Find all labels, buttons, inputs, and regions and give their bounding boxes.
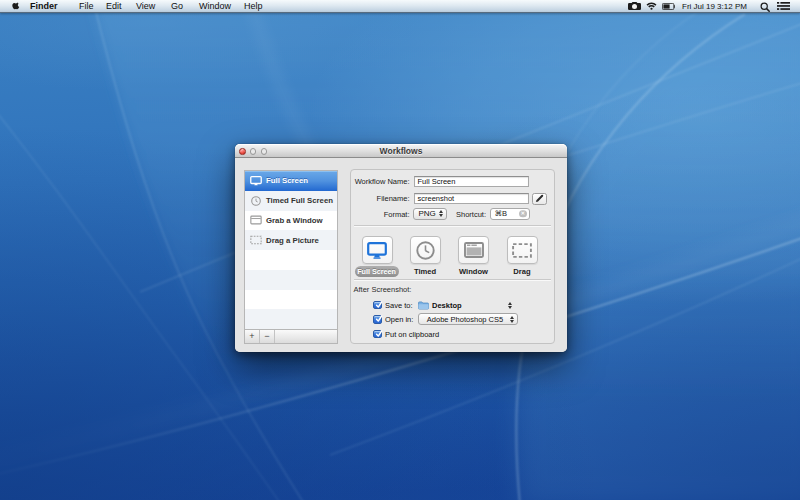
minus-glyph: − [264, 332, 269, 341]
save-to-checkbox[interactable] [373, 301, 382, 310]
menu-finder[interactable]: Finder [30, 0, 58, 12]
clipboard-label: Put on clipboard [385, 330, 439, 339]
menu-edit[interactable]: Edit [106, 0, 122, 12]
open-in-row: Open in: Adobe Photoshop CS5 [373, 315, 413, 325]
spotlight-icon[interactable] [760, 2, 770, 12]
save-to-value: Desktop [432, 301, 462, 310]
folder-icon [418, 301, 429, 310]
mode-button-full-screen[interactable] [362, 236, 393, 264]
open-in-label: Open in: [385, 315, 413, 324]
shortcut-label: Shortcut: [456, 210, 486, 219]
menu-bar: Finder File Edit View Go Window Help Fri… [0, 0, 800, 13]
open-in-checkbox[interactable] [373, 315, 382, 324]
arrow-up-icon [439, 210, 443, 213]
display-icon [250, 175, 262, 187]
clock-icon [416, 241, 435, 260]
clear-shortcut-button[interactable]: ✕ [519, 210, 527, 218]
battery-icon[interactable] [662, 3, 676, 10]
workflow-list: Full Screen Timed Full Screen Grab [244, 170, 338, 344]
wifi-icon[interactable] [646, 2, 657, 10]
mode-label-window: Window [458, 266, 489, 277]
workflow-row-drag-a-picture[interactable]: Drag a Picture [245, 230, 337, 250]
separator [354, 225, 551, 226]
mode-button-timed[interactable] [410, 236, 441, 264]
plus-glyph: + [249, 332, 254, 341]
clipboard-row: Put on clipboard [373, 329, 439, 339]
popup-arrows-icon [510, 314, 514, 324]
arrow-up-icon [508, 302, 512, 305]
mode-label-drag: Drag [507, 266, 538, 277]
shortcut-field[interactable]: ⌘B ✕ [490, 208, 530, 220]
window-content: Full Screen Timed Full Screen Grab [235, 158, 567, 352]
arrow-down-icon [510, 320, 514, 323]
display-icon [367, 242, 387, 259]
after-screenshot-label: After Screenshot: [354, 285, 412, 294]
save-to-popup[interactable]: Desktop [418, 299, 515, 311]
mode-label-timed: Timed [410, 266, 441, 277]
open-in-popup[interactable]: Adobe Photoshop CS5 [418, 313, 518, 325]
check-icon [374, 314, 384, 324]
window-icon [464, 242, 484, 258]
arrow-down-icon [439, 214, 443, 217]
clock-icon [250, 195, 262, 207]
menu-list-icon[interactable] [777, 2, 790, 10]
workflow-row-full-screen[interactable]: Full Screen [245, 171, 337, 191]
check-icon [374, 300, 384, 310]
desktop: Finder File Edit View Go Window Help Fri… [0, 0, 800, 500]
menubar-clock[interactable]: Fri Jul 19 3:12 PM [682, 0, 747, 12]
window-titlebar[interactable]: Workflows [235, 144, 567, 158]
workflow-settings-panel: Workflow Name: Full Screen Filename: scr… [350, 169, 555, 344]
wand-icon [535, 194, 544, 203]
workflow-row-label: Timed Full Screen [266, 191, 333, 211]
workflow-row-label: Drag a Picture [266, 230, 319, 250]
workflow-name-label: Workflow Name: [355, 177, 410, 186]
menu-view[interactable]: View [136, 0, 155, 12]
dashed-selection-icon [512, 243, 532, 258]
add-workflow-button[interactable]: + [245, 330, 260, 343]
remove-workflow-button[interactable]: − [260, 330, 275, 343]
format-popup[interactable]: PNG [413, 208, 447, 220]
apple-icon[interactable] [12, 2, 21, 11]
format-value: PNG [419, 209, 436, 218]
save-to-row: Save to: Desktop [373, 300, 413, 310]
mode-button-window[interactable] [458, 236, 489, 264]
list-toolbar: + − [245, 329, 337, 343]
workflow-row-label: Full Screen [266, 171, 308, 191]
popup-arrows-icon [508, 299, 512, 311]
workflows-window: Workflows Full Screen [235, 144, 567, 352]
empty-row [245, 270, 337, 290]
menu-go[interactable]: Go [171, 0, 183, 12]
empty-row [245, 250, 337, 270]
open-in-value: Adobe Photoshop CS5 [427, 315, 503, 324]
window-icon [250, 214, 262, 226]
mode-label-full-screen: Full Screen [355, 266, 399, 277]
clipboard-checkbox[interactable] [373, 330, 382, 339]
edit-name-button[interactable] [532, 193, 547, 205]
shortcut-value: ⌘B [495, 209, 508, 218]
separator [354, 279, 551, 280]
menu-window[interactable]: Window [199, 0, 231, 12]
menu-help[interactable]: Help [244, 0, 263, 12]
format-label: Format: [384, 210, 410, 219]
workflow-row-grab-a-window[interactable]: Grab a Window [245, 211, 337, 231]
save-to-label: Save to: [385, 301, 413, 310]
arrow-up-icon [510, 316, 514, 319]
mode-button-drag[interactable] [507, 236, 538, 264]
menu-file[interactable]: File [79, 0, 94, 12]
empty-row [245, 309, 337, 329]
filename-label: Filename: [377, 194, 410, 203]
dashed-selection-icon [250, 234, 262, 246]
filename-field[interactable]: screenshot [414, 193, 529, 205]
camera-icon[interactable] [628, 2, 641, 10]
stepper-arrows-icon [439, 209, 443, 219]
check-icon [374, 329, 384, 339]
window-title: Workflows [235, 144, 567, 158]
arrow-down-icon [508, 306, 512, 309]
workflow-row-label: Grab a Window [266, 211, 323, 231]
workflow-row-timed-full-screen[interactable]: Timed Full Screen [245, 191, 337, 211]
workflow-name-field[interactable]: Full Screen [414, 176, 529, 188]
empty-row [245, 290, 337, 310]
